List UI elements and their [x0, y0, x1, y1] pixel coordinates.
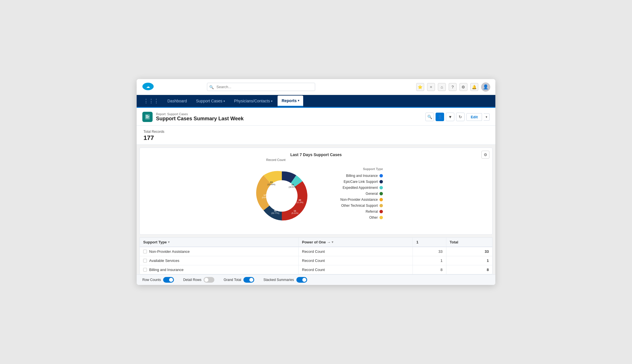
chevron-down-icon: ▾ — [298, 99, 299, 102]
legend-dot-other — [379, 216, 383, 219]
report-icon — [142, 112, 153, 122]
col-filter-icon-support-type[interactable]: ▾ — [168, 240, 170, 244]
col-1: 1 — [413, 238, 446, 247]
row-counts-toggle-control[interactable] — [163, 277, 174, 283]
search-input[interactable] — [207, 83, 315, 91]
cell-total: 8 — [446, 265, 492, 274]
chart-container: Record Count — [249, 158, 315, 229]
cell-support-type: Available Services — [140, 256, 298, 265]
svg-text:(18.64%): (18.64%) — [289, 186, 297, 188]
cell-total: 1 — [446, 256, 492, 265]
filter-button[interactable]: ▼ — [446, 113, 454, 121]
notifications-button[interactable]: 🔔 — [470, 83, 478, 91]
help-button[interactable]: ? — [449, 83, 457, 91]
data-table: Support Type ▾ Power of One → ▾ 1 — [140, 238, 492, 274]
top-actions: ⭐ ＋ ⌂ ? ⚙ 🔔 👤 — [416, 82, 490, 92]
settings-button[interactable]: ⚙ — [459, 83, 467, 91]
record-count-label: Record Count — [266, 158, 286, 162]
legend-item-other-technical: Other Technical Support — [326, 204, 383, 208]
chart-legend: Support Type Billing and Insurance EpicC… — [326, 167, 383, 220]
nav-item-dashboard[interactable]: Dashboard — [163, 96, 191, 106]
row-checkbox[interactable] — [143, 268, 147, 272]
svg-text:24: 24 — [270, 181, 273, 183]
cell-value: 8 — [413, 265, 446, 274]
search-icon: 🔍 — [209, 85, 214, 89]
chart-title: Last 7 Days Support Cases — [145, 152, 487, 157]
total-records-value: 177 — [143, 134, 489, 142]
legend-item-referral: Referral — [326, 210, 383, 214]
add-button[interactable]: ＋ — [427, 83, 435, 91]
stacked-summaries-label: Stacked Summaries — [263, 278, 294, 282]
legend-dot-epiccare — [379, 180, 383, 183]
search-bar: 🔍 — [207, 83, 315, 91]
cell-metric: Record Count — [298, 256, 413, 265]
chart-section: ⚙ Last 7 Days Support Cases Record Count — [139, 148, 493, 235]
toggle-knob — [169, 278, 173, 282]
favorites-button[interactable]: ⭐ — [416, 83, 424, 91]
logo[interactable]: ☁ — [142, 82, 154, 92]
grid-icon[interactable]: ⋮⋮⋮ — [142, 95, 162, 107]
detail-rows-toggle: Detail Rows — [183, 277, 214, 283]
search-button[interactable]: 🔍 — [425, 113, 434, 121]
cell-metric: Record Count — [298, 247, 413, 256]
table-row: Non-Provider Assistance Record Count 33 … — [140, 247, 492, 256]
row-counts-label: Row Counts — [142, 278, 161, 282]
col-support-type: Support Type ▾ — [140, 238, 298, 247]
edit-chevron-button[interactable]: ▾ — [484, 113, 490, 121]
svg-text:(6.21%): (6.21%) — [292, 212, 298, 214]
svg-text:11: 11 — [294, 210, 296, 212]
legend-dot-referral — [379, 210, 383, 213]
detail-rows-toggle-control[interactable] — [204, 277, 214, 283]
col-total: Total — [446, 238, 492, 247]
cell-support-type: Non-Provider Assistance — [140, 247, 298, 256]
legend-dot-other-technical — [379, 204, 383, 207]
refresh-button[interactable]: ↻ — [456, 113, 465, 121]
row-checkbox[interactable] — [143, 250, 147, 253]
svg-text:(9.6%): (9.6%) — [262, 197, 268, 199]
cell-support-type: Billing and Insurance — [140, 265, 298, 274]
stacked-summaries-toggle-control[interactable] — [296, 277, 307, 283]
total-records-label: Total Records — [143, 130, 489, 134]
legend-dot-billing — [379, 174, 383, 177]
table-row: Available Services Record Count 1 1 — [140, 256, 492, 265]
toggle-knob — [204, 278, 208, 282]
legend-dot-general — [379, 192, 383, 195]
row-checkbox[interactable] — [143, 259, 147, 262]
grand-total-toggle: Grand Total — [223, 277, 254, 283]
chevron-down-icon: ▾ — [271, 100, 272, 103]
svg-text:(32.77%): (32.77%) — [271, 212, 279, 214]
stats-section: Total Records 177 — [137, 126, 495, 145]
report-header-left: Report: Support Cases Support Cases Summ… — [142, 112, 244, 122]
view-button[interactable]: 👤 — [436, 113, 444, 121]
donut-chart: 33 (18.64%) 20 (11.3%) 11 (6.21%) 58 (32… — [249, 163, 315, 229]
svg-rect-3 — [146, 115, 148, 116]
report-title-area: Report: Support Cases Support Cases Summ… — [156, 112, 244, 122]
stacked-summaries-toggle: Stacked Summaries — [263, 277, 307, 283]
report-title: Support Cases Summary Last Week — [156, 116, 244, 122]
home-button[interactable]: ⌂ — [438, 83, 446, 91]
grand-total-toggle-control[interactable] — [243, 277, 254, 283]
svg-rect-4 — [146, 116, 149, 117]
top-bar: ☁ 🔍 ⭐ ＋ ⌂ ? ⚙ 🔔 👤 — [137, 79, 495, 95]
detail-rows-label: Detail Rows — [183, 278, 201, 282]
col-power-of-one: Power of One → ▾ — [298, 238, 413, 247]
nav-item-support-cases[interactable]: Support Cases ▾ — [192, 96, 229, 106]
toggle-knob — [249, 278, 253, 282]
grand-total-label: Grand Total — [223, 278, 241, 282]
nav-item-reports[interactable]: Reports ▾ — [278, 96, 303, 107]
legend-item-nonprovider: Non-Provider Assistance — [326, 198, 383, 202]
browser-window: ☁ 🔍 ⭐ ＋ ⌂ ? ⚙ 🔔 👤 ⋮⋮⋮ Dashboard Support … — [137, 79, 495, 285]
table-section: Support Type ▾ Power of One → ▾ 1 — [139, 237, 493, 274]
legend-item-epiccare: EpicCare Link Support — [326, 180, 383, 184]
col-filter-icon-power[interactable]: ▾ — [332, 240, 333, 244]
chart-settings-button[interactable]: ⚙ — [481, 151, 489, 159]
edit-button[interactable]: Edit — [466, 113, 482, 121]
legend-item-general: General — [326, 192, 383, 196]
table-row: Billing and Insurance Record Count 8 8 — [140, 265, 492, 274]
nav-item-physicians[interactable]: Physicians/Contacts ▾ — [230, 96, 276, 106]
svg-text:20: 20 — [299, 199, 301, 201]
chevron-down-icon: ▾ — [223, 100, 225, 103]
avatar[interactable]: 👤 — [481, 82, 490, 92]
legend-item-other: Other — [326, 216, 383, 220]
row-counts-toggle: Row Counts — [142, 277, 174, 283]
